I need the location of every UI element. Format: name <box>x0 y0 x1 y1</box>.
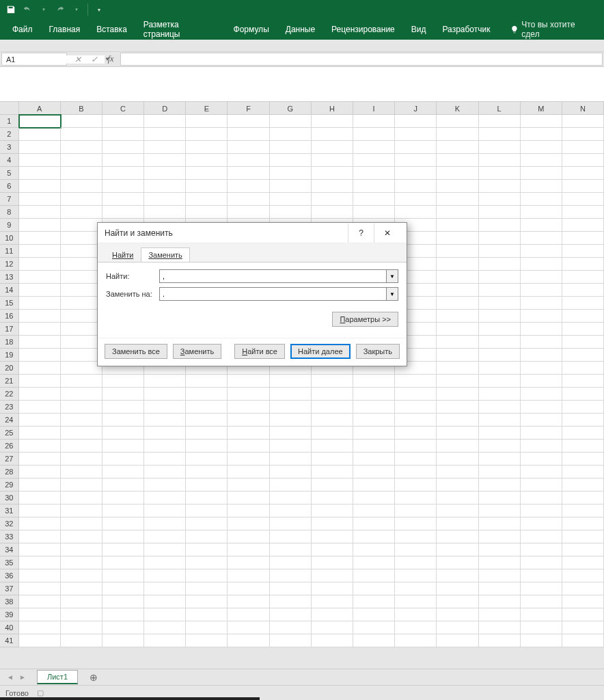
cell[interactable] <box>102 440 144 453</box>
cell[interactable] <box>61 206 102 219</box>
cell[interactable] <box>437 310 478 323</box>
cell[interactable] <box>312 180 353 193</box>
cell[interactable] <box>437 556 478 569</box>
cell[interactable] <box>186 453 228 466</box>
cell[interactable] <box>61 193 102 206</box>
col-header[interactable]: J <box>395 102 437 114</box>
row-header[interactable]: 24 <box>0 414 19 427</box>
cell[interactable] <box>353 167 395 180</box>
cell[interactable] <box>270 530 312 543</box>
cell[interactable] <box>562 414 604 427</box>
cell[interactable] <box>61 388 102 401</box>
cell[interactable] <box>19 258 61 271</box>
cell[interactable] <box>521 440 562 453</box>
cell[interactable] <box>270 479 312 492</box>
cell[interactable] <box>437 362 478 375</box>
cell[interactable] <box>395 154 437 167</box>
cell[interactable] <box>437 232 478 245</box>
cell[interactable] <box>228 492 269 504</box>
row-header[interactable]: 20 <box>0 362 19 375</box>
cell[interactable] <box>270 492 312 504</box>
cell[interactable] <box>312 193 353 206</box>
cell[interactable] <box>479 349 521 362</box>
replace-all-button[interactable]: Заменить все <box>105 344 167 359</box>
cell[interactable] <box>562 193 604 206</box>
cell[interactable] <box>228 621 269 634</box>
cell[interactable] <box>102 479 144 492</box>
cell[interactable] <box>562 543 604 556</box>
cell[interactable] <box>19 206 61 219</box>
cell[interactable] <box>479 284 521 297</box>
cell[interactable] <box>102 141 144 154</box>
cell[interactable] <box>437 154 478 167</box>
tab-data[interactable]: Данные <box>277 19 323 40</box>
cell[interactable] <box>19 115 61 128</box>
cell[interactable] <box>61 634 102 647</box>
cell[interactable] <box>102 504 144 517</box>
cell[interactable] <box>228 530 269 543</box>
row-header[interactable]: 26 <box>0 440 19 453</box>
cell[interactable] <box>61 608 102 621</box>
tab-home[interactable]: Главная <box>41 19 89 40</box>
cell[interactable] <box>312 414 353 427</box>
cell[interactable] <box>353 453 395 466</box>
cell[interactable] <box>479 582 521 595</box>
cell[interactable] <box>102 167 144 180</box>
cell[interactable] <box>521 193 562 206</box>
cell[interactable] <box>61 245 102 258</box>
cell[interactable] <box>102 556 144 569</box>
cell[interactable] <box>562 504 604 517</box>
cell[interactable] <box>312 595 353 608</box>
col-header[interactable]: F <box>228 102 269 114</box>
cell[interactable] <box>437 180 478 193</box>
row-header[interactable]: 32 <box>0 517 19 530</box>
cell[interactable] <box>19 543 61 556</box>
cell[interactable] <box>479 517 521 530</box>
cell[interactable] <box>312 634 353 647</box>
cell[interactable] <box>437 193 478 206</box>
cell[interactable] <box>353 466 395 479</box>
cell[interactable] <box>228 128 269 141</box>
cell[interactable] <box>395 141 437 154</box>
sheet-tab[interactable]: Лист1 <box>37 670 78 684</box>
cell[interactable] <box>562 440 604 453</box>
cell[interactable] <box>270 595 312 608</box>
cell[interactable] <box>144 427 186 440</box>
cell[interactable] <box>144 375 186 388</box>
cell[interactable] <box>395 608 437 621</box>
cell[interactable] <box>61 453 102 466</box>
row-header[interactable]: 1 <box>0 115 19 128</box>
cell[interactable] <box>228 479 269 492</box>
cell[interactable] <box>353 543 395 556</box>
row-header[interactable]: 19 <box>0 349 19 362</box>
insert-function-icon[interactable]: fx <box>102 53 119 66</box>
cell[interactable] <box>521 232 562 245</box>
cell[interactable] <box>270 504 312 517</box>
cell[interactable] <box>61 569 102 582</box>
cell[interactable] <box>144 543 186 556</box>
col-header[interactable]: C <box>102 102 144 114</box>
cell[interactable] <box>479 141 521 154</box>
cell[interactable] <box>395 530 437 543</box>
cell[interactable] <box>562 167 604 180</box>
cell[interactable] <box>61 414 102 427</box>
cell[interactable] <box>270 556 312 569</box>
cell[interactable] <box>437 530 478 543</box>
cell[interactable] <box>19 219 61 232</box>
cell[interactable] <box>562 284 604 297</box>
col-header[interactable]: M <box>521 102 562 114</box>
cell[interactable] <box>102 206 144 219</box>
cell[interactable] <box>521 479 562 492</box>
cell[interactable] <box>562 310 604 323</box>
cell[interactable] <box>353 621 395 634</box>
cell[interactable] <box>521 349 562 362</box>
cell[interactable] <box>19 453 61 466</box>
cell[interactable] <box>61 427 102 440</box>
cell[interactable] <box>353 608 395 621</box>
cell[interactable] <box>19 466 61 479</box>
cell[interactable] <box>186 595 228 608</box>
row-header[interactable]: 34 <box>0 543 19 556</box>
cell[interactable] <box>61 401 102 414</box>
cell[interactable] <box>102 582 144 595</box>
cell[interactable] <box>19 595 61 608</box>
